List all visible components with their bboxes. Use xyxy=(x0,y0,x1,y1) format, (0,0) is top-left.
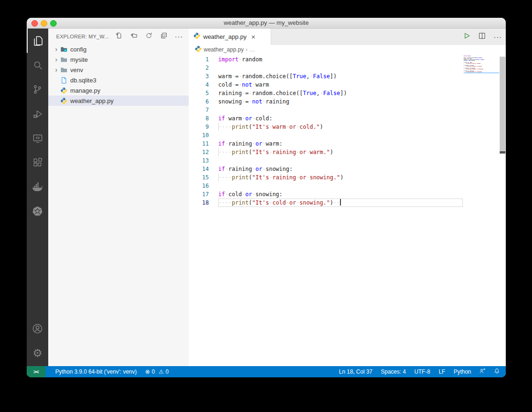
code-line-18[interactable]: 18····print("It's·cold·or·snowing.")·· xyxy=(189,199,506,207)
code-line-4[interactable]: 4cold·=·not·warm xyxy=(189,81,506,89)
tree-item-config[interactable]: ›config xyxy=(48,44,189,54)
chevron-right-icon: › xyxy=(52,44,60,54)
tree-item-label: weather_app.py xyxy=(70,97,114,104)
activity-item-remote-explorer[interactable] xyxy=(27,126,48,150)
code-line-8[interactable]: 8if·warm·or·cold: xyxy=(189,114,506,123)
status-feedback-button[interactable] xyxy=(475,366,490,377)
tree-item-manage-py[interactable]: manage.py xyxy=(48,85,189,96)
window-title: weather_app.py — my_website xyxy=(27,18,506,28)
minimap[interactable] xyxy=(464,56,499,73)
status-indentation[interactable]: Spaces: 4 xyxy=(377,366,410,377)
python-icon xyxy=(60,87,67,94)
split-editor-button[interactable] xyxy=(478,32,486,42)
status-language-mode[interactable]: Python xyxy=(450,366,475,377)
line-content xyxy=(218,182,463,190)
status-eol[interactable]: LF xyxy=(435,366,450,377)
activity-item-explorer[interactable] xyxy=(27,29,48,53)
line-number[interactable]: 10 xyxy=(189,131,209,140)
collapse-all-button[interactable] xyxy=(160,32,168,41)
code-line-3[interactable]: 3warm·=·random.choice([True,·False]) xyxy=(189,72,506,81)
status-cursor-position[interactable]: Ln 18, Col 37 xyxy=(335,366,377,377)
line-content: warm·=·random.choice([True,·False]) xyxy=(218,72,463,81)
line-number[interactable]: 5 xyxy=(189,89,209,97)
code-line-13[interactable]: 13 xyxy=(189,156,506,165)
tree-item-mysite[interactable]: ›mysite xyxy=(48,54,189,65)
activity-item-source-control[interactable] xyxy=(27,77,48,102)
code-lines: 1import·random23warm·=·random.choice([Tr… xyxy=(189,55,506,207)
line-number[interactable]: 16 xyxy=(189,182,209,190)
line-number[interactable]: 15 xyxy=(189,173,209,182)
line-number[interactable]: 17 xyxy=(189,190,209,199)
activity-item-search[interactable] xyxy=(27,53,48,77)
breadcrumb-file[interactable]: weather_app.py xyxy=(204,46,244,53)
feedback-icon xyxy=(479,367,487,376)
code-line-7[interactable]: 7 xyxy=(189,106,506,114)
scrollbar-thumb[interactable] xyxy=(500,57,505,153)
line-number[interactable]: 11 xyxy=(189,140,209,148)
line-number[interactable]: 9 xyxy=(189,123,209,131)
editor-actions: ··· xyxy=(463,29,502,45)
tab-weather-app[interactable]: weather_app.py × xyxy=(189,29,271,45)
line-number[interactable]: 4 xyxy=(189,81,209,89)
file-tree: ›config›mysite›venvdb.sqlite3manage.pywe… xyxy=(48,44,189,106)
code-editor[interactable]: 1import·random23warm·=·random.choice([Tr… xyxy=(189,55,506,366)
activity-item-manage[interactable]: ⚙ xyxy=(27,341,48,365)
code-line-11[interactable]: 11if·raining·or·warm: xyxy=(189,140,506,148)
line-number[interactable]: 18 xyxy=(189,199,209,207)
line-number[interactable]: 1 xyxy=(189,55,209,64)
code-line-9[interactable]: 9····print("It's·warm·or·cold.") xyxy=(189,123,506,131)
title-bar[interactable]: weather_app.py — my_website xyxy=(27,18,506,29)
line-number[interactable]: 3 xyxy=(189,72,209,81)
line-number[interactable]: 7 xyxy=(189,106,209,114)
code-line-15[interactable]: 15····print("It's·raining·or·snowing.") xyxy=(189,173,506,182)
python-interpreter-status[interactable]: Python 3.9.0 64-bit ('venv': venv) xyxy=(51,366,141,377)
status-encoding[interactable]: UTF-8 xyxy=(410,366,435,377)
breadcrumb-more[interactable]: … xyxy=(249,46,255,53)
activity-item-docker[interactable] xyxy=(27,175,48,199)
code-line-1[interactable]: 1import·random xyxy=(189,55,506,64)
tree-item-label: config xyxy=(70,46,87,53)
activity-item-extensions[interactable] xyxy=(27,150,48,175)
line-number[interactable]: 13 xyxy=(189,156,209,165)
new-folder-button[interactable] xyxy=(130,32,138,41)
tree-item-weather-app-py[interactable]: weather_app.py xyxy=(48,96,189,106)
breadcrumb[interactable]: weather_app.py › … xyxy=(189,45,506,54)
code-line-2[interactable]: 2 xyxy=(189,64,506,72)
run-python-file-button[interactable] xyxy=(463,32,471,42)
line-number[interactable]: 14 xyxy=(189,165,209,173)
close-tab-icon[interactable]: × xyxy=(251,33,256,40)
line-number[interactable]: 2 xyxy=(189,64,209,72)
tab-bar: weather_app.py × ··· xyxy=(189,29,506,45)
tree-item-db-sqlite3[interactable]: db.sqlite3 xyxy=(48,75,189,85)
code-line-5[interactable]: 5raining·=·random.choice([True,·False]) xyxy=(189,89,506,97)
code-line-6[interactable]: 6snowing·=·not·raining xyxy=(189,97,506,106)
code-line-16[interactable]: 16 xyxy=(189,182,506,190)
refresh-button[interactable] xyxy=(145,32,153,41)
line-number[interactable]: 6 xyxy=(189,97,209,106)
remote-indicator[interactable]: >< xyxy=(27,366,45,377)
line-content: ····print("It's·warm·or·cold.") xyxy=(218,123,463,131)
tree-item-venv[interactable]: ›venv xyxy=(48,65,189,75)
more-actions-button[interactable]: ··· xyxy=(494,33,502,41)
explorer-header: EXPLORER: MY_W... ··· xyxy=(48,29,189,44)
new-file-button[interactable] xyxy=(115,32,123,41)
gear-icon: ⚙ xyxy=(33,348,43,359)
activity-item-accounts[interactable] xyxy=(27,316,48,341)
code-line-12[interactable]: 12····print("It's·raining·or·warm.") xyxy=(189,148,506,156)
line-number[interactable]: 8 xyxy=(189,114,209,123)
line-content: ····print("It's·cold·or·snowing.")·· xyxy=(218,199,463,207)
activity-item-run-debug[interactable] xyxy=(27,102,48,126)
line-number[interactable]: 12 xyxy=(189,148,209,156)
problems-status[interactable]: ⊗ 0 ⚠ 0 xyxy=(141,366,173,377)
activity-item-kubernetes[interactable] xyxy=(27,199,48,223)
code-line-10[interactable]: 10 xyxy=(189,131,506,140)
line-content xyxy=(218,131,463,140)
docker-icon xyxy=(31,181,44,193)
status-notifications-button[interactable] xyxy=(490,366,504,377)
more-actions-button[interactable]: ··· xyxy=(175,32,183,41)
editor-scrollbar xyxy=(499,55,506,366)
line-content: if·warm·or·cold: xyxy=(218,114,463,123)
folder-icon xyxy=(60,66,67,74)
code-line-14[interactable]: 14if·raining·or·snowing: xyxy=(189,165,506,173)
code-line-17[interactable]: 17if·cold·or·snowing: xyxy=(189,190,506,199)
